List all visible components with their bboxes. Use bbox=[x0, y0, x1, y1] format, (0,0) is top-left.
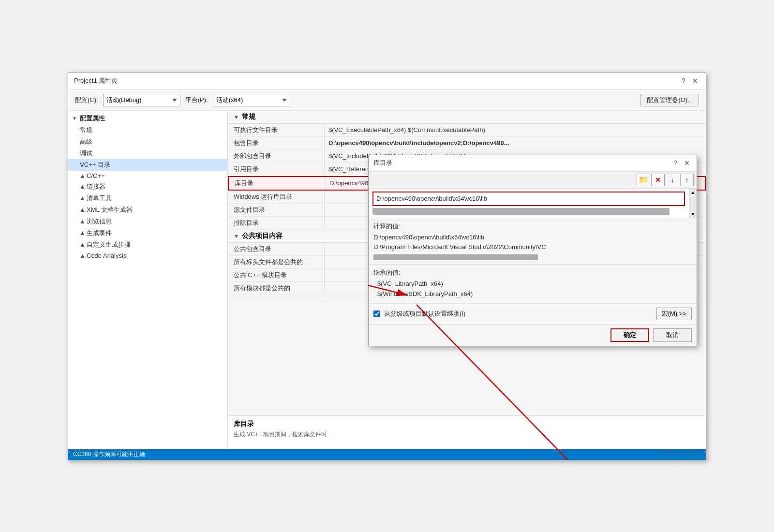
desc-text: 生成 VC++ 项目期间，搜索库文件时 bbox=[234, 430, 700, 439]
lib-dialog-title: 库目录 bbox=[373, 159, 392, 167]
scroll-down-icon: ▼ bbox=[691, 211, 696, 217]
prop-value: $(VC_ExecutablePath_x64);$(CommonExecuta… bbox=[325, 124, 706, 136]
sidebar-item-label: 浏览信息 bbox=[87, 217, 112, 226]
section-public-label: 公共项目内容 bbox=[242, 232, 283, 240]
lib-edit-container: ▲ ▼ bbox=[369, 189, 697, 218]
prop-name: 所有模块都是公共的 bbox=[228, 282, 325, 295]
lib-grey-entry bbox=[372, 208, 670, 215]
section-arrow: ▼ bbox=[234, 233, 239, 239]
inherited-value-2: $(WindowsSDK_LibraryPath_x64) bbox=[373, 289, 692, 299]
lib-up-button[interactable]: ↑ bbox=[680, 174, 694, 186]
prop-name: 可执行文件目录 bbox=[228, 124, 325, 136]
prop-name: Windows 运行库目录 bbox=[228, 191, 325, 203]
inherited-value-1: $(VC_LibraryPath_x64) bbox=[373, 279, 692, 289]
computed-scrollbar-bar bbox=[373, 254, 538, 260]
expand-icon: ▶ bbox=[79, 174, 85, 177]
sidebar-item-browse[interactable]: ▶ 浏览信息 bbox=[68, 216, 227, 227]
computed-label: 计算的值: bbox=[373, 222, 692, 231]
status-bar: CC360 操作频率可能不正确 bbox=[68, 449, 706, 460]
expand-icon: ▶ bbox=[79, 253, 85, 257]
sidebar-item-label: C/C++ bbox=[87, 172, 105, 179]
prop-name: 排除目录 bbox=[228, 217, 325, 229]
sidebar-item-custom[interactable]: ▶ 自定义生成步骤 bbox=[68, 239, 227, 251]
watermark: CSDN @m_Molly bbox=[658, 450, 700, 456]
sidebar-root[interactable]: ▼ 配置属性 bbox=[68, 113, 227, 124]
config-label: 配置(C): bbox=[75, 96, 98, 104]
ok-button[interactable]: 确定 bbox=[610, 328, 649, 342]
lib-input-area bbox=[369, 189, 689, 218]
platform-select[interactable]: 活动(x64) bbox=[213, 94, 290, 106]
sidebar-root-label: 配置属性 bbox=[80, 114, 105, 123]
sidebar-item-codeanalysis[interactable]: ▶ Code Analysis bbox=[68, 251, 227, 261]
prop-row-include: 包含目录 D:\opencv490\opencv\build\include\o… bbox=[228, 137, 706, 150]
lib-title-buttons: ? ✕ bbox=[670, 158, 692, 168]
window-title: Project1 属性页 bbox=[74, 76, 118, 85]
sidebar-item-label: XML 文档生成器 bbox=[87, 206, 133, 214]
computed-value-2: D:\Program Files\Microsoft Visual Studio… bbox=[373, 242, 692, 252]
sidebar-item-debug[interactable]: 调试 bbox=[68, 148, 227, 159]
close-button[interactable]: ✕ bbox=[690, 76, 700, 86]
prop-name: 引用目录 bbox=[228, 163, 325, 176]
lib-down-button[interactable]: ↓ bbox=[666, 174, 679, 186]
expand-icon: ▶ bbox=[79, 231, 85, 235]
sidebar-item-vcdirs[interactable]: VC++ 目录 bbox=[68, 159, 227, 171]
sidebar-item-manifest[interactable]: ▶ 清单工具 bbox=[68, 192, 227, 204]
section-general-header: ▼ 常规 bbox=[228, 111, 706, 124]
inherit-checkbox-label: 从父级或项目默认设置继承(I) bbox=[384, 310, 465, 318]
sidebar-item-label: 自定义生成步骤 bbox=[87, 240, 131, 249]
lib-help-button[interactable]: ? bbox=[670, 158, 680, 168]
prop-name: 公共包含目录 bbox=[228, 243, 325, 255]
expand-icon: ▼ bbox=[72, 116, 77, 121]
lib-dialog: 库目录 ? ✕ 📁 ✕ ↓ ↑ ▲ bbox=[368, 155, 697, 346]
expand-icon: ▶ bbox=[79, 185, 85, 189]
prop-name: 外部包含目录 bbox=[228, 150, 325, 163]
sidebar-item-label: 清单工具 bbox=[87, 194, 112, 203]
sidebar-item-label: 高级 bbox=[80, 137, 92, 146]
lib-action-row: 确定 取消 bbox=[369, 325, 697, 346]
inherited-label: 继承的值: bbox=[373, 268, 692, 277]
lib-folder-button[interactable]: 📁 bbox=[637, 174, 650, 186]
title-bar: Project1 属性页 ? ✕ bbox=[68, 73, 706, 90]
manager-button[interactable]: 配置管理器(O)... bbox=[640, 94, 699, 106]
sidebar-item-label: VC++ 目录 bbox=[80, 161, 110, 169]
lib-close-button[interactable]: ✕ bbox=[682, 158, 692, 168]
lib-computed-section: 计算的值: D:\opencv490\opencv\build\x64\vc16… bbox=[369, 218, 697, 265]
expand-icon: ▶ bbox=[79, 243, 85, 247]
lib-title-bar: 库目录 ? ✕ bbox=[369, 155, 697, 172]
title-bar-buttons: ? ✕ bbox=[679, 76, 700, 86]
lib-scrollbar-v: ▲ ▼ bbox=[689, 189, 697, 218]
config-row: 配置(C): 活动(Debug) 平台(P): 活动(x64) 配置管理器(O)… bbox=[68, 90, 706, 111]
cancel-button[interactable]: 取消 bbox=[653, 328, 692, 342]
help-button[interactable]: ? bbox=[679, 76, 688, 86]
expand-icon: ▶ bbox=[79, 220, 85, 223]
macro-button[interactable]: 宏(M) >> bbox=[656, 308, 692, 320]
sidebar-item-xml[interactable]: ▶ XML 文档生成器 bbox=[68, 204, 227, 216]
prop-name: 所有标头文件都是公共的 bbox=[228, 256, 325, 268]
sidebar-item-cpp[interactable]: ▶ C/C++ bbox=[68, 171, 227, 181]
sidebar-item-advanced[interactable]: 高级 bbox=[68, 136, 227, 148]
prop-name: 库目录 bbox=[229, 177, 326, 190]
sidebar-item-buildevents[interactable]: ▶ 生成事件 bbox=[68, 227, 227, 239]
lib-delete-button[interactable]: ✕ bbox=[651, 174, 665, 186]
status-text: CC360 操作频率可能不正确 bbox=[73, 450, 145, 458]
desc-bar: 库目录 生成 VC++ 项目期间，搜索库文件时 bbox=[228, 415, 706, 449]
sidebar-item-label: 调试 bbox=[80, 149, 92, 158]
platform-label: 平台(P): bbox=[185, 96, 208, 104]
main-dialog: Project1 属性页 ? ✕ 配置(C): 活动(Debug) 平台(P):… bbox=[68, 72, 706, 460]
lib-checkbox-row: 从父级或项目默认设置继承(I) 宏(M) >> bbox=[369, 304, 697, 325]
prop-name: 包含目录 bbox=[228, 137, 325, 149]
lib-toolbar: 📁 ✕ ↓ ↑ bbox=[369, 172, 697, 189]
prop-value: D:\opencv490\opencv\build\include\opencv… bbox=[325, 137, 706, 149]
inherit-checkbox[interactable] bbox=[373, 310, 380, 317]
section-arrow: ▼ bbox=[234, 114, 239, 120]
sidebar-item-label: Code Analysis bbox=[87, 252, 126, 259]
config-select[interactable]: 活动(Debug) bbox=[103, 94, 180, 106]
sidebar-item-general[interactable]: 常规 bbox=[68, 124, 227, 136]
lib-path-input[interactable] bbox=[372, 192, 685, 206]
scroll-up-icon: ▲ bbox=[691, 190, 696, 195]
sidebar-item-linker[interactable]: ▶ 链接器 bbox=[68, 181, 227, 192]
sidebar: ▼ 配置属性 常规 高级 调试 VC++ 目录 ▶ C/C++ ▶ 链接器 bbox=[68, 111, 228, 449]
expand-icon: ▶ bbox=[79, 208, 85, 212]
sidebar-item-label: 链接器 bbox=[87, 182, 105, 191]
expand-icon: ▶ bbox=[79, 196, 85, 200]
